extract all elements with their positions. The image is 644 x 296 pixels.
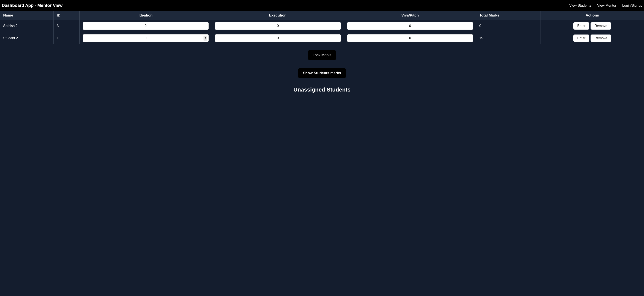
navbar: Dashboard App - Mentor View View Student… — [0, 0, 644, 11]
cell-name: Sathish J — [0, 20, 54, 32]
unassigned-students-heading: Unassigned Students — [0, 86, 644, 102]
execution-input[interactable] — [215, 22, 341, 30]
table-row: Student 21▲▼15EnterRemove — [0, 32, 644, 44]
cell-viva — [344, 32, 476, 44]
lock-marks-button[interactable]: Lock Marks — [308, 50, 336, 60]
table-header-row: Name ID Ideation Execution Viva/Pitch To… — [0, 11, 644, 20]
show-students-marks-button[interactable]: Show Students marks — [298, 68, 346, 78]
app-title: Dashboard App - Mentor View — [2, 3, 62, 8]
ideation-input[interactable] — [83, 22, 209, 30]
nav-login-signup[interactable]: Login/Signup — [622, 4, 642, 7]
header-name: Name — [0, 11, 54, 20]
cell-execution — [212, 32, 344, 44]
cell-total: 15 — [476, 32, 540, 44]
execution-input[interactable] — [215, 34, 341, 42]
cell-actions: EnterRemove — [541, 32, 644, 44]
remove-button[interactable]: Remove — [590, 22, 611, 30]
enter-button[interactable]: Enter — [573, 22, 589, 30]
remove-button[interactable]: Remove — [590, 34, 611, 42]
cell-total: 0 — [476, 20, 540, 32]
header-id: ID — [54, 11, 80, 20]
cell-id: 3 — [54, 20, 80, 32]
enter-button[interactable]: Enter — [573, 34, 589, 42]
number-stepper[interactable]: ▲▼ — [204, 36, 207, 41]
viva-input[interactable] — [347, 22, 473, 30]
table-row: Sathish J30EnterRemove — [0, 20, 644, 32]
cell-viva — [344, 20, 476, 32]
header-viva: Viva/Pitch — [344, 11, 476, 20]
header-actions: Actions — [541, 11, 644, 20]
cell-id: 1 — [54, 32, 80, 44]
nav-view-students[interactable]: View Students — [569, 4, 591, 7]
header-total: Total Marks — [476, 11, 540, 20]
cell-ideation: ▲▼ — [80, 32, 212, 44]
cell-actions: EnterRemove — [541, 20, 644, 32]
nav-view-mentor[interactable]: View Mentor — [597, 4, 616, 7]
header-ideation: Ideation — [80, 11, 212, 20]
marks-table: Name ID Ideation Execution Viva/Pitch To… — [0, 11, 644, 44]
show-students-section: Show Students marks — [0, 68, 644, 86]
header-execution: Execution — [212, 11, 344, 20]
chevron-down-icon[interactable]: ▼ — [204, 38, 206, 40]
navbar-links: View Students View Mentor Login/Signup — [569, 4, 644, 7]
cell-execution — [212, 20, 344, 32]
ideation-input[interactable] — [83, 34, 209, 42]
viva-input[interactable] — [347, 34, 473, 42]
cell-ideation — [80, 20, 212, 32]
cell-name: Student 2 — [0, 32, 54, 44]
lock-marks-section: Lock Marks — [0, 44, 644, 68]
